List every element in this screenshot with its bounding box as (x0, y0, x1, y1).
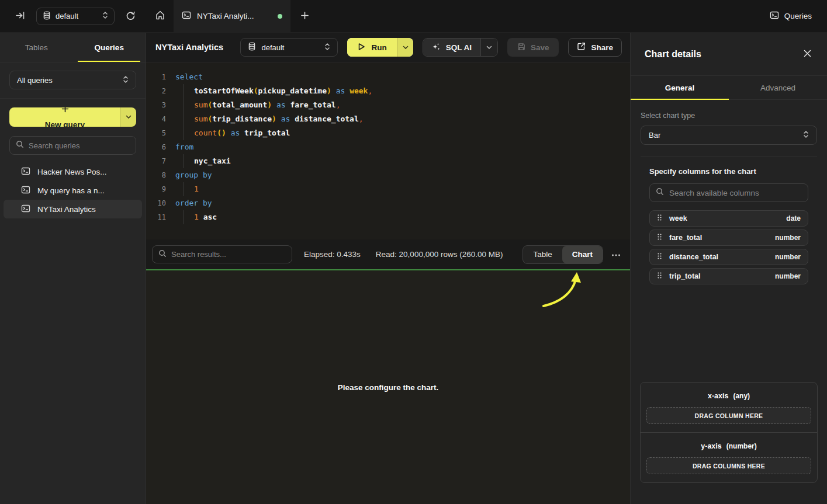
code-line: 4sum(trip_distance) as distance_total, (151, 112, 630, 126)
share-button[interactable]: Share (568, 38, 622, 57)
code-line: 5count() as trip_total (151, 126, 630, 140)
queries-nav-link[interactable]: Queries (770, 11, 812, 22)
new-query-button[interactable]: New query (9, 107, 136, 127)
database-selector[interactable]: default (240, 38, 338, 57)
tab-title: NYTaxi Analyti... (197, 12, 254, 20)
query-list-item[interactable]: My query has a n... (4, 181, 142, 200)
y-axis-constraint: (number) (726, 442, 757, 450)
code-line-text: sum(trip_distance) as distance_total, (175, 112, 364, 126)
column-row-week[interactable]: weekdate (649, 210, 808, 227)
share-label: Share (591, 43, 613, 52)
play-icon (358, 43, 365, 53)
sql-editor[interactable]: 1select2toStartOfWeek(pickup_datetime) a… (146, 62, 630, 239)
column-row-distance_total[interactable]: distance_totalnumber (649, 249, 808, 265)
code-line-text: group by (175, 168, 212, 182)
floppy-icon (517, 43, 525, 53)
save-label: Save (531, 43, 549, 52)
terminal-icon (770, 11, 779, 22)
sql-ai-dropdown[interactable] (480, 39, 497, 56)
chart-canvas-area: Please configure the chart. (146, 270, 630, 504)
run-dropdown[interactable] (397, 38, 413, 57)
chart-type-selector[interactable]: Bar (641, 126, 817, 145)
line-number: 3 (151, 98, 166, 112)
code-line-text: nyc_taxi (175, 154, 231, 168)
line-number: 7 (151, 154, 166, 168)
sidebar-content: All queries New query (0, 62, 146, 504)
view-toggle-table[interactable]: Table (523, 246, 562, 263)
app-root: default NYTaxi Analyti.. (0, 0, 827, 504)
sidebar-tab-queries[interactable]: Queries (73, 33, 146, 62)
collapse-sidebar-button[interactable] (13, 8, 27, 25)
workspace-selector-value: default (56, 12, 98, 20)
tab-advanced[interactable]: Advanced (729, 76, 827, 99)
sidebar: Tables Queries All queries New qu (0, 33, 146, 504)
columns-section: Specify columns for the chart weekdatefa… (641, 167, 817, 284)
line-number: 4 (151, 112, 166, 126)
results-more-button[interactable] (609, 248, 623, 261)
elapsed-time: Elapsed: 0.433s (304, 250, 361, 259)
sql-ai-button[interactable]: SQL AI (423, 38, 498, 57)
tab-general[interactable]: General (631, 76, 729, 99)
query-list-item[interactable]: NYTaxi Analytics (4, 200, 142, 218)
columns-section-label: Specify columns for the chart (649, 167, 808, 176)
x-axis-dropzone[interactable]: DRAG COLUMN HERE (646, 407, 811, 424)
annotation-arrow-icon (529, 270, 593, 316)
code-line-text: 1 (175, 182, 199, 196)
main-area: NYTaxi Analytics default Run (146, 33, 630, 504)
query-list-item-label: Hacker News Pos... (37, 168, 107, 176)
query-search-input[interactable] (29, 141, 130, 150)
code-line: 1select (151, 70, 630, 84)
run-label: Run (371, 43, 386, 52)
column-name: trip_total (669, 272, 700, 280)
drag-handle-icon (657, 232, 662, 243)
columns-search-input[interactable] (669, 189, 802, 197)
database-icon (43, 11, 51, 22)
query-filter-selector[interactable]: All queries (9, 71, 136, 89)
column-type: date (786, 214, 801, 223)
line-number: 1 (151, 70, 166, 84)
save-button[interactable]: Save (507, 38, 559, 57)
query-list-item-label: NYTaxi Analytics (37, 205, 96, 214)
column-row-fare_total[interactable]: fare_totalnumber (649, 230, 808, 246)
sidebar-tab-tables[interactable]: Tables (0, 33, 73, 62)
close-panel-button[interactable] (803, 49, 812, 60)
share-icon (577, 42, 586, 53)
column-row-trip_total[interactable]: trip_totalnumber (649, 268, 808, 284)
code-line: 6from (151, 140, 630, 154)
chart-empty-message: Please configure the chart. (338, 383, 439, 392)
panel-tabs: General Advanced (631, 76, 827, 100)
refresh-button[interactable] (123, 8, 138, 25)
page-title: NYTaxi Analytics (155, 43, 223, 52)
new-tab-button[interactable] (290, 0, 319, 32)
panel-header: Chart details (631, 33, 827, 76)
workspace-selector[interactable]: default (36, 8, 115, 25)
columns-search (649, 183, 808, 202)
plus-icon (61, 107, 69, 114)
query-list-item-label: My query has a n... (37, 186, 105, 195)
code-line-text: select (175, 70, 203, 84)
search-icon (16, 140, 24, 151)
column-type: number (775, 272, 801, 280)
chevron-updown-icon (123, 75, 129, 85)
y-axis-label: y-axis (701, 442, 721, 450)
code-line: 7nyc_taxi (151, 154, 630, 168)
topbar: default NYTaxi Analyti.. (0, 0, 827, 33)
run-button[interactable]: Run (347, 38, 413, 57)
query-list-item[interactable]: Hacker News Pos... (4, 162, 142, 181)
chart-details-panel: Chart details General Advanced Select ch… (630, 33, 827, 504)
code-line-text: toStartOfWeek(pickup_datetime) as week, (175, 84, 372, 98)
results-search-input[interactable] (171, 250, 286, 259)
code-line: 10order by (151, 196, 630, 210)
line-number: 6 (151, 140, 166, 154)
topbar-left: default (0, 0, 146, 32)
drag-handle-icon (657, 213, 662, 224)
line-number: 2 (151, 84, 166, 98)
home-button[interactable] (146, 0, 174, 32)
chart-type-label: Select chart type (641, 112, 817, 120)
new-query-dropdown[interactable] (120, 107, 136, 127)
chevron-updown-icon (102, 11, 108, 21)
y-axis-dropzone[interactable]: DRAG COLUMNS HERE (646, 457, 811, 474)
view-toggle-chart[interactable]: Chart (562, 246, 603, 263)
tab-nytaxi-analytics[interactable]: NYTaxi Analyti... (174, 0, 290, 32)
y-axis-section: y-axis(number) DRAG COLUMNS HERE (641, 432, 817, 482)
